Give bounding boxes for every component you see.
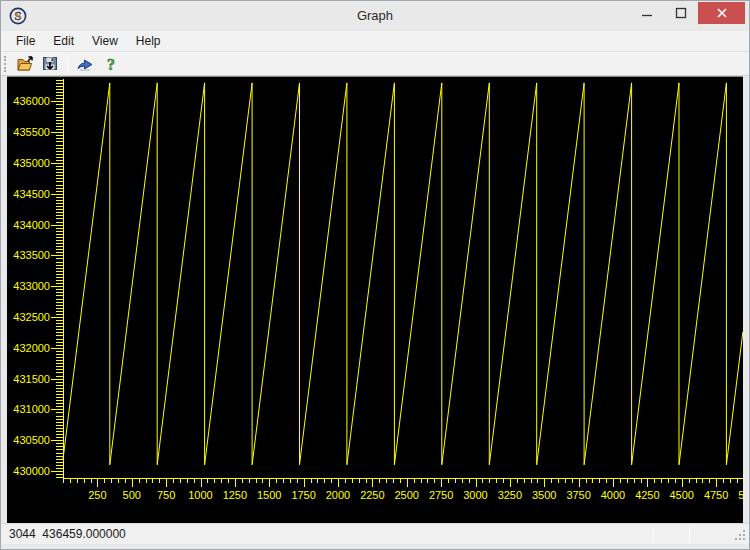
menu-help[interactable]: Help — [127, 32, 170, 50]
toolbar-gripper[interactable] — [4, 56, 7, 72]
svg-text:432500: 432500 — [13, 311, 50, 323]
save-button[interactable] — [38, 53, 62, 74]
svg-text:2250: 2250 — [360, 489, 384, 501]
open-folder-icon — [15, 55, 34, 73]
status-panel-divider — [689, 527, 690, 543]
svg-text:500: 500 — [123, 489, 141, 501]
menu-file[interactable]: File — [7, 32, 44, 50]
maximize-button[interactable] — [664, 2, 698, 24]
app-icon[interactable]: S — [9, 7, 27, 25]
toolbar-separator — [67, 55, 68, 72]
svg-text:430000: 430000 — [13, 465, 50, 477]
svg-text:433500: 433500 — [13, 249, 50, 261]
svg-text:432000: 432000 — [13, 342, 50, 354]
help-question-icon: ? — [103, 55, 119, 73]
sawtooth-chart[interactable]: 4300004305004310004315004320004325004330… — [7, 77, 743, 523]
svg-text:3250: 3250 — [498, 489, 522, 501]
svg-text:2750: 2750 — [429, 489, 453, 501]
svg-text:1750: 1750 — [291, 489, 315, 501]
title-bar[interactable]: Graph S — [1, 1, 749, 31]
svg-text:250: 250 — [88, 489, 106, 501]
app-window: Graph S File Edit View Help — [0, 0, 750, 550]
svg-text:3000: 3000 — [463, 489, 487, 501]
tool-bar: ? — [1, 52, 749, 76]
svg-text:435000: 435000 — [13, 157, 50, 169]
export-button[interactable] — [73, 53, 97, 74]
svg-text:4750: 4750 — [704, 489, 728, 501]
svg-text:431500: 431500 — [13, 373, 50, 385]
svg-text:1250: 1250 — [223, 489, 247, 501]
close-icon — [716, 7, 728, 19]
svg-text:434500: 434500 — [13, 188, 50, 200]
save-floppy-icon — [41, 55, 59, 73]
maximize-icon — [675, 7, 687, 19]
svg-text:431000: 431000 — [13, 403, 50, 415]
graph-s-logo-icon: S — [9, 7, 27, 25]
svg-text:4500: 4500 — [670, 489, 694, 501]
svg-text:430500: 430500 — [13, 434, 50, 446]
svg-text:?: ? — [107, 55, 115, 72]
status-bar: 3044 436459.000000 — [1, 523, 749, 544]
status-panel-divider — [653, 527, 654, 543]
help-button[interactable]: ? — [99, 53, 123, 74]
svg-text:433000: 433000 — [13, 280, 50, 292]
svg-text:2500: 2500 — [395, 489, 419, 501]
svg-text:436000: 436000 — [13, 95, 50, 107]
series-sawtooth-signal — [63, 83, 743, 465]
open-button[interactable] — [12, 53, 36, 74]
cursor-coordinates: 3044 436459.000000 — [9, 524, 126, 545]
svg-text:3750: 3750 — [566, 489, 590, 501]
svg-text:4250: 4250 — [635, 489, 659, 501]
svg-text:3500: 3500 — [532, 489, 556, 501]
resize-grip[interactable] — [734, 529, 747, 542]
svg-text:750: 750 — [157, 489, 175, 501]
menu-edit[interactable]: Edit — [44, 32, 83, 50]
svg-text:1000: 1000 — [188, 489, 212, 501]
svg-text:4000: 4000 — [601, 489, 625, 501]
close-button[interactable] — [698, 2, 745, 24]
blue-arrow-icon — [76, 55, 95, 73]
svg-text:5000: 5000 — [738, 489, 743, 501]
svg-text:1500: 1500 — [257, 489, 281, 501]
minimize-button[interactable] — [630, 2, 664, 24]
minimize-icon — [641, 7, 653, 19]
svg-text:2000: 2000 — [326, 489, 350, 501]
menu-bar: File Edit View Help — [1, 31, 749, 52]
svg-text:434000: 434000 — [13, 219, 50, 231]
svg-text:S: S — [15, 9, 22, 23]
menu-view[interactable]: View — [83, 32, 127, 50]
plot-area[interactable]: 4300004305004310004315004320004325004330… — [7, 76, 743, 523]
svg-text:435500: 435500 — [13, 126, 50, 138]
